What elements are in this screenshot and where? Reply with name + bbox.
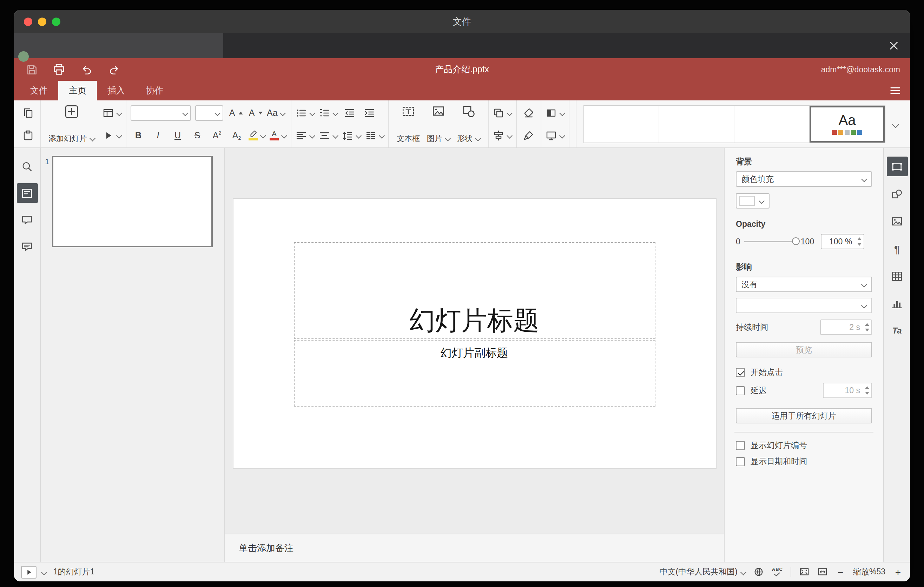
bullet-list-button[interactable] bbox=[295, 104, 315, 121]
arrange-shape-button[interactable] bbox=[493, 104, 512, 121]
numbered-list-button[interactable] bbox=[319, 104, 338, 121]
slide-layout-button[interactable] bbox=[102, 104, 122, 121]
start-slideshow-button[interactable] bbox=[102, 127, 122, 143]
set-language-button[interactable] bbox=[754, 567, 764, 577]
print-button[interactable] bbox=[51, 62, 67, 77]
spellcheck-button[interactable]: ABC bbox=[772, 568, 783, 577]
zoom-level-label[interactable]: 缩放%53 bbox=[853, 567, 885, 577]
panel-tab-table-settings[interactable] bbox=[886, 266, 908, 286]
paste-button[interactable] bbox=[20, 127, 36, 143]
opacity-slider[interactable] bbox=[744, 241, 797, 242]
theme-option-selected[interactable]: Aa bbox=[810, 106, 885, 142]
italic-button[interactable]: I bbox=[150, 127, 166, 143]
zoom-out-button[interactable]: − bbox=[835, 566, 845, 577]
statusbar-slideshow-button[interactable] bbox=[21, 566, 36, 578]
columns-button[interactable] bbox=[365, 127, 384, 143]
background-color-select[interactable] bbox=[736, 193, 769, 209]
insert-shape-button[interactable]: 形状 bbox=[454, 103, 484, 145]
increase-font-button[interactable]: A bbox=[228, 104, 243, 121]
insert-textbox-button[interactable]: 文本框 bbox=[393, 103, 423, 145]
font-color-button[interactable]: A bbox=[270, 127, 287, 143]
language-selector[interactable]: 中文(中华人民共和国) bbox=[659, 567, 746, 577]
theme-option-2[interactable] bbox=[659, 106, 734, 142]
background-fill-select[interactable]: 颜色填充 bbox=[736, 171, 872, 187]
line-spacing-button[interactable] bbox=[342, 127, 361, 143]
menu-button[interactable] bbox=[889, 85, 901, 96]
close-editor-button[interactable] bbox=[888, 39, 900, 52]
highlight-color-button[interactable] bbox=[249, 127, 266, 143]
sidebar-item-slides[interactable] bbox=[16, 183, 38, 203]
slide-canvas[interactable]: 幻灯片标题 幻灯片副标题 bbox=[233, 199, 716, 468]
vertical-align-button[interactable] bbox=[319, 127, 338, 143]
font-name-combo[interactable] bbox=[130, 105, 191, 120]
slide-title-placeholder[interactable]: 幻灯片标题 bbox=[294, 242, 655, 339]
tab-insert[interactable]: 插入 bbox=[97, 81, 135, 101]
align-shape-button[interactable] bbox=[493, 127, 512, 143]
slide-thumbnail[interactable] bbox=[52, 156, 213, 247]
add-slide-button[interactable]: 添加幻灯片 bbox=[45, 103, 98, 145]
start-on-click-checkbox[interactable] bbox=[736, 368, 745, 377]
save-button[interactable] bbox=[24, 62, 39, 77]
sidebar-item-feedback[interactable] bbox=[16, 237, 38, 256]
slide-subtitle-placeholder[interactable]: 幻灯片副标题 bbox=[294, 340, 655, 407]
zoom-in-button[interactable]: + bbox=[893, 566, 903, 577]
slide-size-button[interactable] bbox=[546, 127, 564, 143]
theme-option-1[interactable] bbox=[584, 106, 659, 142]
maximize-window-button[interactable] bbox=[52, 17, 60, 26]
panel-tab-shape-settings[interactable] bbox=[886, 184, 908, 204]
tab-home[interactable]: 主页 bbox=[58, 81, 97, 101]
underline-button[interactable]: U bbox=[170, 127, 185, 143]
bold-button[interactable]: B bbox=[130, 127, 146, 143]
copy-style-button[interactable] bbox=[521, 127, 536, 143]
horizontal-align-button[interactable] bbox=[295, 127, 315, 143]
spinner-up-icon[interactable] bbox=[857, 237, 861, 240]
increase-indent-button[interactable] bbox=[361, 104, 377, 121]
show-slide-number-checkbox[interactable] bbox=[736, 441, 745, 450]
theme-gallery-expand-button[interactable] bbox=[885, 105, 904, 143]
close-window-button[interactable] bbox=[24, 17, 32, 26]
redo-button[interactable] bbox=[106, 62, 122, 77]
spinner-down-icon[interactable] bbox=[857, 242, 861, 246]
panel-tab-slide-settings[interactable] bbox=[886, 157, 908, 176]
font-size-combo[interactable] bbox=[195, 105, 223, 120]
show-date-time-label: 显示日期和时间 bbox=[751, 457, 807, 467]
panel-tab-paragraph-settings[interactable]: ¶ bbox=[886, 239, 908, 258]
chevron-down-icon[interactable] bbox=[41, 569, 46, 575]
duration-value: 2 s bbox=[849, 323, 860, 331]
effect-select[interactable]: 没有 bbox=[736, 277, 872, 292]
delay-checkbox[interactable] bbox=[736, 386, 745, 395]
chevron-down-icon bbox=[355, 132, 361, 138]
decrease-font-button[interactable]: A bbox=[247, 104, 262, 121]
strikethrough-button[interactable]: S bbox=[190, 127, 205, 143]
fit-width-button[interactable] bbox=[817, 567, 828, 577]
panel-tab-textart-settings[interactable]: Ta bbox=[886, 321, 908, 341]
copy-button[interactable] bbox=[20, 104, 36, 121]
clear-style-button[interactable] bbox=[521, 104, 536, 121]
fit-slide-button[interactable] bbox=[799, 567, 810, 577]
notes-area[interactable]: 单击添加备注 bbox=[225, 534, 724, 562]
sidebar-item-search[interactable] bbox=[16, 157, 38, 176]
undo-icon bbox=[81, 64, 92, 76]
apply-to-all-button[interactable]: 适用于所有幻灯片 bbox=[736, 408, 872, 424]
decrease-indent-button[interactable] bbox=[342, 104, 357, 121]
insert-image-button[interactable]: 图片 bbox=[423, 103, 454, 145]
theme-sample-text: Aa bbox=[839, 113, 856, 127]
color-scheme-button[interactable] bbox=[546, 104, 564, 121]
subscript-button[interactable]: A2 bbox=[229, 127, 244, 143]
undo-button[interactable] bbox=[79, 62, 94, 77]
minimize-window-button[interactable] bbox=[38, 17, 46, 26]
tab-file[interactable]: 文件 bbox=[20, 81, 58, 101]
show-date-time-checkbox[interactable] bbox=[736, 457, 745, 466]
panel-tab-image-settings[interactable] bbox=[886, 211, 908, 231]
superscript-button[interactable]: A2 bbox=[209, 127, 225, 143]
change-case-button[interactable]: Aa bbox=[267, 104, 285, 121]
search-icon bbox=[21, 160, 33, 172]
theme-option-3[interactable] bbox=[734, 106, 810, 142]
opacity-spinner[interactable]: 100 % bbox=[820, 234, 864, 249]
tab-collaboration[interactable]: 协作 bbox=[135, 81, 174, 101]
sidebar-item-comments[interactable] bbox=[16, 210, 38, 229]
preview-button: 预览 bbox=[736, 342, 872, 358]
align-shapes-icon bbox=[493, 130, 504, 141]
opacity-slider-knob[interactable] bbox=[792, 237, 800, 245]
panel-tab-chart-settings[interactable] bbox=[886, 294, 908, 313]
